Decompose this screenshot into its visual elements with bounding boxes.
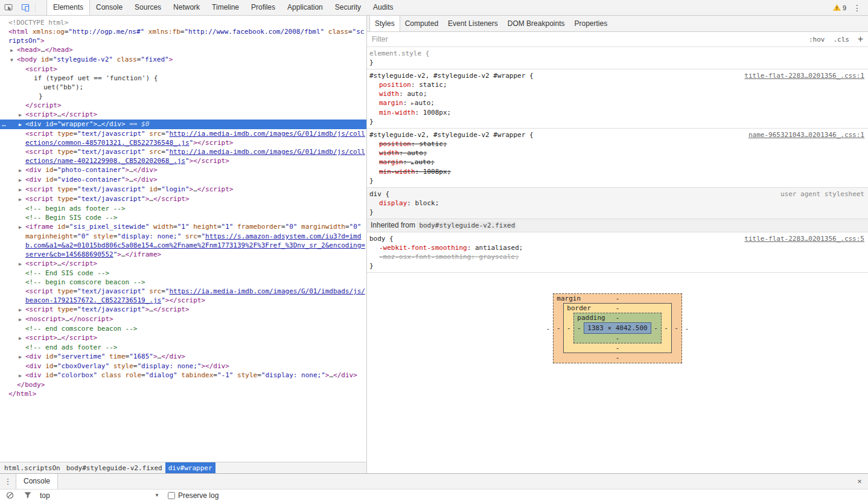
expand-arrow-icon[interactable]: ▶ (19, 176, 25, 185)
border-top-value[interactable]: - (616, 304, 620, 312)
dom-tree-line[interactable]: <script type="text/javascript" src="http… (0, 129, 366, 147)
border-bottom-value[interactable]: - (616, 344, 620, 352)
dom-tree-line[interactable]: ▶<script>…</script> (0, 259, 366, 269)
css-property[interactable]: margin: ▶auto; (369, 98, 864, 108)
css-property[interactable]: display: block; (369, 199, 864, 208)
dom-tree-line[interactable]: } (0, 92, 366, 101)
execution-context-select[interactable]: top ▼ (39, 491, 159, 500)
collapse-arrow-icon[interactable]: ▼ (10, 56, 17, 65)
dom-tree-line[interactable]: ▼<body id="styleguide-v2" class="fixed"> (0, 55, 366, 65)
dom-tree-line[interactable]: <!-- End SIS code --> (0, 269, 366, 278)
dom-tree-line[interactable]: ▶<div id="photo-container">…</div> (0, 165, 366, 175)
dom-tree-line[interactable]: uet("bb"); (0, 83, 366, 92)
sidebar-tab-styles[interactable]: Styles (369, 16, 400, 31)
dom-tree-line[interactable]: </script> (0, 101, 366, 110)
styles-filter-input[interactable] (372, 35, 809, 43)
dom-tree-line[interactable]: ▶<head>…</head> (0, 45, 366, 55)
expand-arrow-icon[interactable]: ▶ (19, 120, 25, 129)
border-right-value[interactable]: - (662, 324, 671, 333)
css-property[interactable]: position: static; (369, 80, 864, 89)
pseudo-state-toggle[interactable]: :hov (809, 36, 825, 43)
tab-audits[interactable]: Audits (367, 0, 399, 15)
border-left-value[interactable]: - (564, 324, 573, 333)
css-property[interactable]: width: auto; (369, 89, 864, 98)
dom-tree-line[interactable]: <!DOCTYPE html> (0, 18, 366, 27)
expand-arrow-icon[interactable]: ▶ (19, 110, 25, 120)
dom-tree-line[interactable]: …▶<div id="wrapper">…</div> == $0 (0, 120, 366, 129)
padding-left-value[interactable]: - (574, 324, 584, 333)
expand-arrow-icon[interactable]: ▶ (19, 305, 25, 314)
inherited-node-link[interactable]: body#styleguide-v2.fixed (417, 222, 517, 229)
preserve-log-toggle[interactable]: Preserve log (168, 491, 219, 500)
new-style-rule-button[interactable]: + (858, 34, 863, 45)
dom-tree-line[interactable]: <!-- end comscore beacon --> (0, 324, 366, 333)
breadcrumb-item[interactable]: div#wrapper (165, 462, 215, 473)
rule-selector[interactable]: element.style { (369, 49, 864, 58)
dom-tree-line[interactable]: ▶<script type="text/javascript" id="logi… (0, 185, 366, 194)
box-model-padding[interactable]: padding - - 1383 × 4042.500 - (573, 313, 661, 343)
dom-tree-line[interactable]: ▶<div id="video-container">…</div> (0, 175, 366, 185)
expand-arrow-icon[interactable]: ▶ (19, 334, 25, 343)
dom-tree-line[interactable]: <script> (0, 65, 366, 74)
clear-console-button[interactable] (2, 490, 17, 501)
css-property[interactable]: -moz-osx-font-smoothing: grayscale; (369, 252, 864, 261)
more-actions-icon[interactable]: … (2, 120, 6, 129)
margin-left-value[interactable]: - (554, 324, 563, 333)
device-toolbar-icon[interactable] (17, 0, 34, 15)
expand-arrow-icon[interactable]: ▶ (19, 315, 25, 324)
drawer-menu-icon[interactable]: ⋮ (0, 474, 16, 489)
sidebar-tab-dom-breakpoints[interactable]: DOM Breakpoints (503, 16, 570, 31)
box-model-border[interactable]: border - - padding - (563, 303, 671, 353)
tab-profiles[interactable]: Profiles (245, 0, 281, 15)
dom-tree-line[interactable]: </html> (0, 389, 366, 398)
tab-sources[interactable]: Sources (129, 0, 167, 15)
expand-arrow-icon[interactable]: ▶ (10, 46, 17, 55)
css-property[interactable]: min-width: 1008px; (369, 108, 864, 117)
margin-top-value[interactable]: - (616, 295, 620, 302)
breadcrumb-item[interactable]: body#styleguide-v2.fixed (63, 462, 165, 473)
box-model-content[interactable]: 1383 × 4042.500 (584, 322, 651, 334)
overflow-menu-icon[interactable]: ⋮ (849, 3, 866, 13)
dom-tree-line[interactable]: if (typeof uet == 'function') { (0, 74, 366, 83)
stylesheet-link[interactable]: title-flat-2283…0201356_.css:1 (744, 71, 864, 80)
padding-right-value[interactable]: - (651, 324, 661, 333)
dom-tree-line[interactable]: ▶<div id="servertime" time="1685">…</div… (0, 352, 366, 362)
tab-console[interactable]: Console (90, 0, 129, 15)
expand-arrow-icon[interactable]: ▶ (19, 166, 25, 175)
expand-arrow-icon[interactable]: ▶ (19, 353, 25, 362)
dom-tree-line[interactable]: <!-- begin ads footer --> (0, 204, 366, 213)
dom-tree-line[interactable]: <!-- begin comscore beacon --> (0, 278, 366, 287)
preserve-log-checkbox[interactable] (168, 492, 175, 499)
css-property[interactable]: margin: ▶auto; (369, 158, 864, 167)
dom-tree-line[interactable]: ▶<noscript>…</noscript> (0, 314, 366, 324)
dom-tree-line[interactable]: ▶<div id="colorbox" class role="dialog" … (0, 371, 366, 380)
sidebar-tab-event-listeners[interactable]: Event Listeners (443, 16, 503, 31)
dom-tree-line[interactable]: <div id="cboxOverlay" style="display: no… (0, 362, 366, 371)
dom-tree-line[interactable]: ▶<script type="text/javascript">…</scrip… (0, 305, 366, 314)
margin-bottom-value[interactable]: - (616, 354, 620, 362)
drawer-tab-console[interactable]: Console (16, 474, 58, 489)
tab-application[interactable]: Application (281, 0, 329, 15)
expand-arrow-icon[interactable]: ▶ (19, 260, 25, 269)
stylesheet-link[interactable]: title-flat-2283…0201356_.css:5 (744, 234, 864, 243)
breadcrumb-item[interactable]: html.scriptsOn (1, 462, 63, 473)
expand-arrow-icon[interactable]: ▶ (19, 195, 25, 204)
warnings-badge[interactable]: 9 (831, 4, 849, 11)
dom-tree-line[interactable]: ▶<script type="text/javascript">…</scrip… (0, 194, 366, 204)
tab-network[interactable]: Network (167, 0, 206, 15)
margin-right-value[interactable]: - (672, 324, 681, 333)
sidebar-tab-computed[interactable]: Computed (400, 16, 443, 31)
dom-tree-line[interactable]: <script type="text/javascript" src="http… (0, 147, 366, 165)
dom-tree-line[interactable]: <script type="text/javascript" src="http… (0, 287, 366, 305)
dom-tree-line[interactable]: ▶<iframe id="sis_pixel_sitewide" width="… (0, 222, 366, 259)
css-property[interactable]: position: static; (369, 139, 864, 148)
drawer-close-icon[interactable]: × (851, 474, 868, 489)
expand-arrow-icon[interactable]: ▶ (19, 185, 25, 194)
inspect-element-icon[interactable] (0, 0, 17, 15)
tab-timeline[interactable]: Timeline (206, 0, 245, 15)
dom-tree-line[interactable]: </body> (0, 380, 366, 389)
css-property[interactable]: width: auto; (369, 148, 864, 158)
element-classes-toggle[interactable]: .cls (833, 36, 849, 43)
expand-arrow-icon[interactable]: ▶ (19, 371, 25, 380)
dom-tree-line[interactable]: <html xmlns:og="http://ogp.me/ns#" xmlns… (0, 27, 366, 45)
